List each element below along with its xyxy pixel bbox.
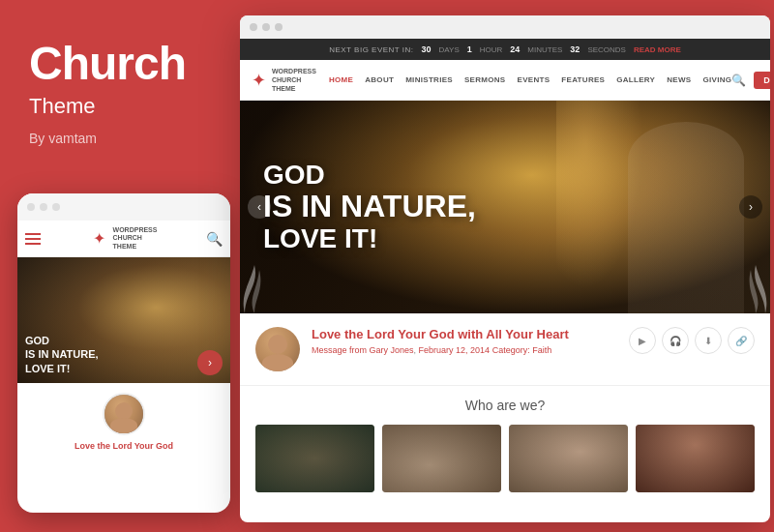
hero-line2: IS IN NATURE,: [263, 190, 476, 223]
hamburger-icon[interactable]: [25, 233, 41, 245]
nav-features[interactable]: FEATURES: [561, 75, 605, 84]
mobile-search-icon[interactable]: 🔍: [206, 231, 223, 247]
mobile-mockup: ✦ WORDPRESSCHURCHTHEME 🔍 GOD IS IN NATUR…: [17, 193, 230, 513]
sermon-headphone-button[interactable]: 🎧: [662, 327, 689, 354]
hero-deco-left: [240, 255, 279, 313]
event-read-more[interactable]: Read More: [634, 45, 681, 54]
event-minutes-unit: MINUTES: [527, 45, 562, 54]
desktop-logo-text: WORDPRESSCHURCHTHEME: [272, 67, 316, 93]
event-hours-unit: HOUR: [480, 45, 503, 54]
hero-next-arrow[interactable]: ›: [739, 195, 762, 219]
desktop-dot-3: [275, 23, 283, 31]
mobile-dot-1: [27, 203, 35, 211]
event-seconds-unit: SECONDS: [587, 45, 626, 54]
sermon-title[interactable]: Love the Lord Your God with All Your Hea…: [312, 327, 617, 341]
event-seconds: 32: [570, 44, 580, 54]
mobile-hero-text: GOD IS IN NATURE, LOVE IT!: [25, 334, 99, 375]
left-panel: Church Theme By vamtam ✦ WORDPRESSCHURCH…: [0, 0, 237, 532]
hero-prev-arrow[interactable]: ‹: [248, 195, 271, 219]
desktop-nav-links: HOME ABOUT MINISTRIES SERMONS EVENTS FEA…: [329, 75, 731, 84]
theme-title: Church: [29, 39, 208, 90]
nav-sermons[interactable]: SERMONS: [464, 75, 506, 84]
nav-giving[interactable]: GIVING: [702, 75, 731, 84]
desktop-who-section: Who are we?: [240, 386, 770, 504]
event-minutes: 24: [510, 44, 520, 54]
mobile-dot-3: [52, 203, 60, 211]
nav-ministries[interactable]: MINISTRIES: [405, 75, 453, 84]
nav-news[interactable]: NEWS: [667, 75, 691, 84]
desktop-dot-1: [250, 23, 257, 31]
who-title: Who are we?: [255, 398, 755, 413]
event-days: 30: [422, 44, 432, 54]
nav-home[interactable]: HOME: [329, 75, 353, 84]
hero-line3: LOVE IT!: [263, 224, 476, 254]
sermon-share-button[interactable]: 🔗: [728, 327, 755, 354]
nav-gallery[interactable]: GALLERY: [616, 75, 655, 84]
theme-subtitle: Theme: [29, 94, 208, 119]
event-days-unit: DAYS: [439, 45, 460, 54]
mobile-dot-2: [40, 203, 47, 211]
who-images: [255, 425, 755, 492]
desktop-nav-actions: 🔍 Donate: [731, 72, 770, 89]
desktop-mockup: NEXT BIG EVENT IN: 30 DAYS 1 HOUR 24 MIN…: [240, 15, 770, 522]
mobile-hero: GOD IS IN NATURE, LOVE IT! ›: [17, 257, 230, 383]
nav-about[interactable]: ABOUT: [365, 75, 394, 84]
mobile-logo: ✦ WORDPRESSCHURCHTHEME: [90, 226, 158, 251]
desktop-nav: ✦ WORDPRESSCHURCHTHEME HOME ABOUT MINIST…: [240, 60, 770, 101]
mobile-content: Love the Lord Your God: [17, 383, 230, 462]
who-image-2: [382, 425, 501, 492]
avatar-face: [104, 395, 143, 433]
donate-button[interactable]: Donate: [754, 72, 770, 89]
sermon-meta: Message from Gary Jones, February 12, 20…: [312, 345, 617, 355]
desktop-hero-text: GOD IS IN NATURE, LOVE IT!: [240, 161, 476, 254]
mobile-next-arrow[interactable]: ›: [197, 350, 223, 375]
sermon-actions: ▶ 🎧 ⬇ 🔗: [629, 327, 755, 354]
desktop-event-bar: NEXT BIG EVENT IN: 30 DAYS 1 HOUR 24 MIN…: [240, 39, 770, 60]
desktop-logo: ✦ WORDPRESSCHURCHTHEME: [252, 67, 329, 93]
church-logo-icon: ✦: [90, 226, 109, 250]
desktop-top-bar: [240, 15, 770, 39]
mobile-top-bar: [17, 193, 230, 221]
desktop-logo-icon: ✦: [252, 70, 266, 91]
hero-line1: GOD: [263, 161, 476, 191]
who-image-4: [636, 425, 755, 492]
nav-events[interactable]: EVENTS: [518, 75, 551, 84]
who-image-3: [509, 425, 628, 492]
desktop-dot-2: [262, 23, 270, 31]
event-bar-label: NEXT BIG EVENT IN:: [329, 45, 413, 54]
theme-author: By vamtam: [29, 131, 208, 146]
mobile-nav: ✦ WORDPRESSCHURCHTHEME 🔍: [17, 221, 230, 257]
sermon-download-button[interactable]: ⬇: [695, 327, 722, 354]
mobile-sermon-avatar: [103, 393, 145, 435]
sermon-play-button[interactable]: ▶: [629, 327, 656, 354]
hero-deco-right: [731, 255, 770, 313]
desktop-sermon-section: Love the Lord Your God with All Your Hea…: [240, 313, 770, 386]
who-image-1: [255, 425, 374, 492]
desktop-hero: GOD IS IN NATURE, LOVE IT! ‹ ›: [240, 101, 770, 313]
event-hours: 1: [467, 44, 472, 54]
desktop-search-icon[interactable]: 🔍: [731, 74, 746, 87]
mobile-sermon-title: Love the Lord Your God: [27, 441, 221, 453]
sermon-info: Love the Lord Your God with All Your Hea…: [312, 327, 617, 355]
mobile-logo-text: WORDPRESSCHURCHTHEME: [113, 226, 158, 251]
sermon-speaker-avatar: [255, 327, 300, 371]
